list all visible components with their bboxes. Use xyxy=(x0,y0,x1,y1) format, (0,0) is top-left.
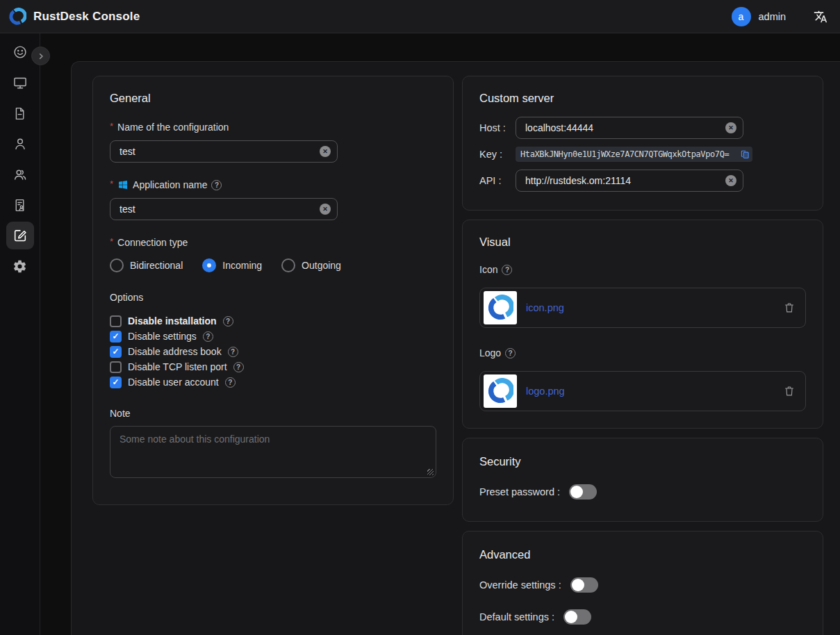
app-name-label: * Application name ? xyxy=(110,179,436,190)
trash-icon[interactable] xyxy=(783,385,796,397)
option-disable-user-account[interactable]: ✓ Disable user account ? xyxy=(110,374,436,390)
help-icon[interactable]: ? xyxy=(225,377,236,388)
edit-icon xyxy=(13,228,28,243)
preset-password-toggle[interactable] xyxy=(569,484,597,500)
default-settings-toggle[interactable] xyxy=(563,609,591,625)
general-card: General * Name of the configuration ✕ * xyxy=(92,76,454,505)
logo-preview xyxy=(484,374,517,408)
override-settings-label: Override settings : xyxy=(479,579,561,591)
sidebar-item-documents[interactable] xyxy=(6,99,34,127)
clear-icon[interactable]: ✕ xyxy=(725,122,736,133)
key-label: Key : xyxy=(479,149,516,160)
help-icon[interactable]: ? xyxy=(505,348,516,358)
security-card: Security Preset password : xyxy=(462,438,823,522)
sidebar-expand-button[interactable] xyxy=(31,47,50,65)
user-group-icon xyxy=(13,167,28,182)
icon-upload-box: icon.png xyxy=(479,288,806,328)
icon-preview xyxy=(484,291,517,324)
icon-label: Icon ? xyxy=(479,264,806,275)
connection-type-label: * Connection type xyxy=(110,237,436,248)
radio-outgoing[interactable]: Outgoing xyxy=(281,258,341,272)
config-name-input[interactable] xyxy=(110,141,337,162)
required-marker: * xyxy=(110,179,113,189)
checkbox[interactable]: ✓ xyxy=(110,346,122,358)
preset-password-row: Preset password : xyxy=(479,484,806,500)
sidebar-item-custom-client[interactable] xyxy=(6,222,34,249)
shell: General * Name of the configuration ✕ * xyxy=(0,33,840,635)
config-name-label: * Name of the configuration xyxy=(110,122,436,133)
sidebar-item-audit[interactable] xyxy=(6,191,34,219)
key-value: HtaXBkJNHyn0e1U1jWXze7A7CN7QTGWqxkOtpaVp… xyxy=(520,149,740,159)
clear-icon[interactable]: ✕ xyxy=(725,175,736,186)
app-title: RustDesk Console xyxy=(33,10,140,24)
content-panel: General * Name of the configuration ✕ * xyxy=(71,61,840,635)
default-settings-label: Default settings : xyxy=(479,611,554,622)
topbar: RustDesk Console a admin xyxy=(0,0,840,33)
monitor-icon xyxy=(13,75,28,90)
clear-icon[interactable]: ✕ xyxy=(320,146,331,157)
connection-type-group: Bidirectional Incoming Outgoing xyxy=(110,258,436,272)
checkbox[interactable]: ✓ xyxy=(110,331,122,343)
brand: RustDesk Console xyxy=(8,8,140,26)
clear-icon[interactable]: ✕ xyxy=(320,204,331,215)
custom-server-card: Custom server Host : ✕ Key : HtaXBkJNHy xyxy=(462,76,823,211)
advanced-title: Advanced xyxy=(479,548,806,561)
radio-incoming[interactable]: Incoming xyxy=(202,258,262,272)
help-icon[interactable]: ? xyxy=(228,347,238,357)
option-disable-installation[interactable]: ✓ Disable installation ? xyxy=(110,313,436,329)
api-input[interactable] xyxy=(516,170,743,191)
host-row: Host : ✕ xyxy=(479,117,806,139)
checkbox[interactable]: ✓ xyxy=(110,315,122,327)
override-settings-row: Override settings : xyxy=(479,577,806,593)
logo-file-link[interactable]: logo.png xyxy=(526,386,565,397)
preset-password-label: Preset password : xyxy=(479,486,560,497)
host-input[interactable] xyxy=(516,117,743,138)
sidebar xyxy=(0,33,40,635)
trash-icon[interactable] xyxy=(783,302,796,314)
translate-icon[interactable] xyxy=(814,10,827,24)
avatar[interactable]: a xyxy=(732,7,751,26)
visual-card: Visual Icon ? ic xyxy=(462,220,823,429)
checkbox[interactable]: ✓ xyxy=(110,377,122,388)
option-disable-address-book[interactable]: ✓ Disable address book ? xyxy=(110,344,436,359)
option-disable-settings[interactable]: ✓ Disable settings ? xyxy=(110,329,436,344)
checkbox[interactable]: ✓ xyxy=(110,361,122,373)
username[interactable]: admin xyxy=(759,11,787,22)
advanced-card: Advanced Override settings : Default set… xyxy=(462,531,823,635)
help-icon[interactable]: ? xyxy=(203,331,213,342)
app-name-input-wrap: ✕ xyxy=(110,198,338,220)
help-icon[interactable]: ? xyxy=(223,316,233,327)
sidebar-item-groups[interactable] xyxy=(6,160,34,188)
sidebar-item-settings[interactable] xyxy=(6,252,34,280)
api-label: API : xyxy=(479,175,516,186)
options-label: Options xyxy=(110,292,436,303)
override-settings-toggle[interactable] xyxy=(570,577,598,593)
icon-file-link[interactable]: icon.png xyxy=(526,302,564,313)
help-icon[interactable]: ? xyxy=(211,180,222,190)
help-icon[interactable]: ? xyxy=(502,265,512,275)
note-label: Note xyxy=(110,408,436,419)
sidebar-item-users[interactable] xyxy=(6,130,34,158)
logo-upload-box: logo.png xyxy=(479,371,806,411)
host-label: Host : xyxy=(479,122,516,133)
resize-handle[interactable] xyxy=(427,469,434,475)
sidebar-item-home[interactable] xyxy=(6,38,34,66)
smiley-icon xyxy=(13,44,28,60)
main-area: General * Name of the configuration ✕ * xyxy=(40,33,840,635)
radio-bidirectional[interactable]: Bidirectional xyxy=(110,258,183,272)
note-textarea[interactable] xyxy=(110,426,436,478)
required-marker: * xyxy=(110,121,113,131)
windows-icon xyxy=(117,179,129,190)
required-marker: * xyxy=(110,236,113,247)
copy-icon[interactable] xyxy=(740,149,750,160)
key-value-chip: HtaXBkJNHyn0e1U1jWXze7A7CN7QTGWqxkOtpaVp… xyxy=(516,147,752,162)
app-name-input[interactable] xyxy=(110,199,337,220)
sidebar-item-devices[interactable] xyxy=(6,69,34,97)
option-disable-tcp-listen-port[interactable]: ✓ Disable TCP listen port ? xyxy=(110,359,436,374)
logo-label: Logo ? xyxy=(479,347,806,358)
host-input-wrap: ✕ xyxy=(516,117,743,139)
rustdesk-logo-icon xyxy=(8,8,26,26)
visual-title: Visual xyxy=(479,236,806,249)
document-account-icon xyxy=(13,198,27,213)
help-icon[interactable]: ? xyxy=(233,362,244,372)
